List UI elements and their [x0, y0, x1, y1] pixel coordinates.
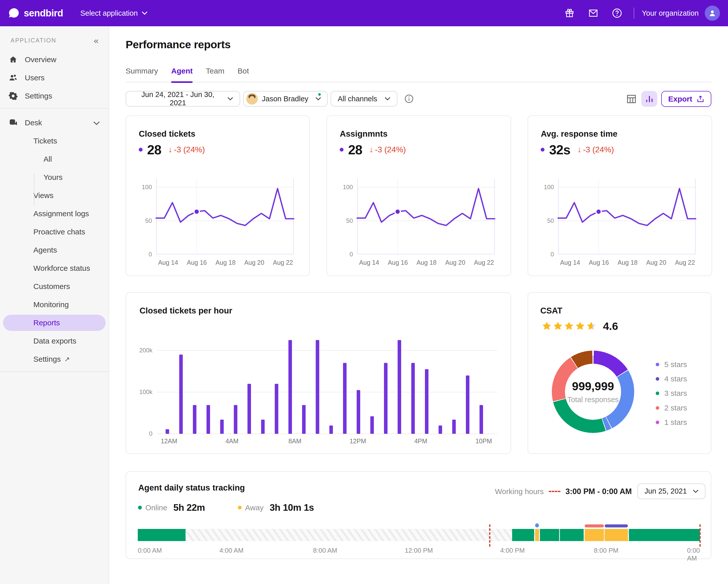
sidebar-item-desk-settings[interactable]: Settings↗	[0, 350, 109, 368]
sidebar-item-label: Agents	[33, 246, 57, 254]
help-icon[interactable]	[612, 7, 623, 19]
tab-agent[interactable]: Agent	[171, 67, 192, 82]
select-application-button[interactable]: Select application	[80, 9, 147, 18]
gear-icon	[8, 91, 18, 101]
y-axis-label: 0	[528, 251, 554, 258]
tab-bot[interactable]: Bot	[238, 67, 249, 82]
legend-item: 3 stars	[656, 386, 687, 400]
x-axis-label: 8:00 PM	[594, 547, 619, 554]
sidebar-section-label: APPLICATION	[10, 37, 56, 44]
x-axis-label: Aug 18	[417, 259, 437, 266]
users-icon	[8, 73, 18, 82]
sidebar-item-overview[interactable]: Overview	[0, 51, 109, 69]
sidebar-item-tickets[interactable]: Tickets	[0, 132, 109, 150]
x-axis-label: Aug 20	[646, 259, 666, 266]
working-end-line	[699, 524, 701, 547]
total-responses-value: 999,999	[572, 380, 614, 393]
timeline-marker	[605, 524, 628, 527]
home-icon	[8, 55, 18, 64]
sidebar-item-reports[interactable]: Reports	[0, 314, 109, 332]
x-axis-label: 10PM	[475, 438, 492, 445]
x-axis-label: 4:00 AM	[219, 547, 243, 554]
sidebar-item-label: Data exports	[33, 337, 76, 345]
sidebar-item-tickets-all[interactable]: All	[0, 150, 109, 168]
sidebar-item-label: Settings	[33, 355, 61, 363]
x-axis-label: 12PM	[349, 438, 366, 445]
legend-label: 2 stars	[664, 404, 687, 412]
status-timeline	[138, 529, 700, 541]
card-title: Agent daily status tracking	[138, 483, 245, 493]
x-axis-label: Aug 18	[216, 259, 236, 266]
assignments-card: Assignmnts 28 ↓-3 (24%) 050100Aug 14Aug …	[327, 115, 511, 276]
info-icon[interactable]	[404, 94, 414, 106]
avg-response-time-card: Avg. response time 32s ↓-3 (24%) 050100A…	[527, 115, 712, 276]
x-axis-label: 4AM	[226, 438, 238, 445]
sidebar-item-proactive-chats[interactable]: Proactive chats	[0, 223, 109, 241]
x-axis-label: Aug 14	[359, 259, 379, 266]
sendbird-logo[interactable]: sendbird	[8, 8, 63, 19]
timeline-marker	[585, 524, 604, 527]
chevron-down-icon	[228, 97, 233, 101]
sidebar-item-monitoring[interactable]: Monitoring	[0, 296, 109, 314]
sidebar-item-settings[interactable]: Settings	[0, 87, 109, 105]
export-button[interactable]: Export	[661, 91, 711, 107]
channels-filter[interactable]: All channels	[331, 91, 397, 107]
org-name[interactable]: Your organization	[642, 9, 699, 18]
mail-icon[interactable]	[588, 7, 599, 19]
tabs: SummaryAgentTeamBot	[126, 67, 711, 82]
card-title: CSAT	[540, 306, 562, 315]
sidebar-item-label: Desk	[25, 118, 42, 127]
timeline-segment-online	[512, 529, 534, 541]
x-axis-label: Aug 18	[618, 259, 638, 266]
sidebar-divider	[0, 371, 109, 372]
user-avatar[interactable]	[705, 5, 720, 21]
chevron-down-icon	[94, 118, 100, 127]
trend-chart	[357, 178, 495, 254]
legend-label: 4 stars	[664, 374, 687, 383]
x-axis-label: 4:00 PM	[500, 547, 525, 554]
chart-view-button[interactable]	[641, 91, 657, 107]
metric-delta: ↓-3 (24%)	[369, 145, 406, 154]
card-title: Avg. response time	[541, 129, 617, 139]
legend-dot	[656, 363, 659, 366]
sidebar-item-agents[interactable]: Agents	[0, 241, 109, 259]
agent-filter[interactable]: Jason Bradley	[243, 91, 328, 107]
metric-delta: ↓-3 (24%)	[168, 145, 205, 154]
sidebar-item-views[interactable]: Views	[0, 187, 109, 204]
tab-team[interactable]: Team	[206, 67, 224, 82]
sidebar-item-tickets-yours[interactable]: Yours	[0, 168, 109, 187]
metric-delta: ↓-3 (24%)	[577, 145, 614, 154]
sidebar-item-data-exports[interactable]: Data exports	[0, 332, 109, 350]
timeline-segment-online	[560, 529, 584, 541]
sidebar-item-assignment-logs[interactable]: Assignment logs	[0, 204, 109, 223]
sidebar-item-label: Customers	[33, 282, 70, 291]
gift-icon[interactable]	[564, 7, 575, 19]
closed-tickets-per-hour-card: Closed tickets per hour 0100k200k12AM4AM…	[126, 292, 511, 454]
tab-summary[interactable]: Summary	[126, 67, 158, 82]
legend-item: 2 stars	[656, 400, 687, 415]
sidebar-item-customers[interactable]: Customers	[0, 277, 109, 296]
page: sendbird Select application Your organiz…	[0, 0, 728, 584]
timeline-segment-online	[138, 529, 185, 541]
legend-label: 1 stars	[664, 418, 687, 427]
status-date-filter[interactable]: Jun 25, 2021	[637, 483, 705, 499]
working-hours-dash-icon	[549, 491, 561, 492]
legend-label: Online	[145, 503, 167, 512]
sidebar-item-label: Tickets	[33, 137, 57, 145]
date-range-filter[interactable]: Jun 24, 2021 - Jun 30, 2021	[126, 91, 240, 107]
y-axis-label: 200k	[126, 347, 152, 354]
sidebar-item-users[interactable]: Users	[0, 69, 109, 87]
timeline-segment-online	[540, 529, 559, 541]
external-link-icon: ↗	[64, 355, 70, 363]
table-view-button[interactable]	[626, 93, 637, 105]
sidebar-indent-line	[34, 174, 34, 206]
legend-value: 5h 22m	[174, 502, 205, 513]
sidebar-item-label: Views	[33, 191, 53, 200]
sidebar-item-label: Workforce status	[33, 264, 90, 273]
sidebar-item-label: Proactive chats	[33, 228, 85, 236]
sidebar-item-workforce-status[interactable]: Workforce status	[0, 259, 109, 277]
collapse-sidebar-icon[interactable]: «	[94, 36, 99, 45]
sidebar-item-desk[interactable]: Desk	[0, 114, 109, 132]
working-hours: Working hours 3:00 PM - 0:00 AM	[495, 487, 632, 496]
status-legend: Online 5h 22m Away 3h 10m 1s	[138, 503, 314, 512]
